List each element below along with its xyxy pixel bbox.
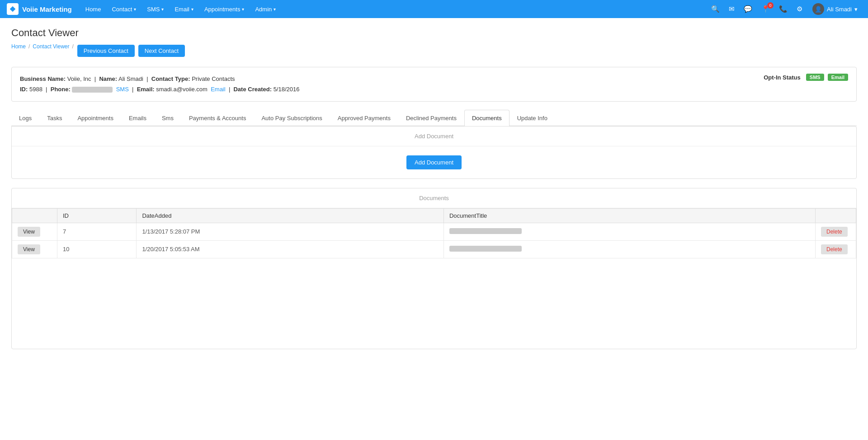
- mail-icon[interactable]: ✉: [726, 3, 737, 15]
- nav-email[interactable]: Email ▾: [170, 3, 198, 15]
- chevron-down-icon: ▾: [161, 7, 164, 12]
- add-document-section: Add Document Add Document: [11, 126, 857, 179]
- breadcrumb-sep: /: [28, 43, 30, 50]
- table-cell-title-1: [443, 223, 815, 240]
- th-delete-col: [816, 208, 856, 223]
- page-title: Contact Viewer: [11, 27, 857, 39]
- breadcrumb-home[interactable]: Home: [11, 43, 26, 50]
- tab-logs[interactable]: Logs: [11, 110, 39, 126]
- chevron-down-icon: ▾: [854, 6, 858, 13]
- user-menu[interactable]: 👤 Ali Smadi ▾: [809, 1, 861, 17]
- avatar: 👤: [812, 3, 824, 15]
- phone-icon[interactable]: 📞: [776, 3, 790, 15]
- nav-appointments[interactable]: Appointments ▾: [200, 3, 249, 15]
- user-name: Ali Smadi: [827, 6, 852, 13]
- table-row: View 7 1/13/2017 5:28:07 PM Delete: [12, 223, 856, 240]
- table-row: View 10 1/20/2017 5:05:53 AM Delete: [12, 240, 856, 258]
- tab-payments-accounts[interactable]: Payments & Accounts: [181, 110, 254, 126]
- email-label: Email:: [137, 86, 155, 93]
- chevron-down-icon: ▾: [274, 7, 276, 12]
- brand-link[interactable]: Voiie Marketing: [7, 3, 72, 15]
- tab-sms[interactable]: Sms: [154, 110, 181, 126]
- nav-admin[interactable]: Admin ▾: [250, 3, 280, 15]
- name-label: Name:: [99, 75, 117, 82]
- table-cell-delete-2: Delete: [816, 240, 856, 258]
- contact-type-label: Contact Type:: [151, 75, 190, 82]
- documents-section-header: Documents: [12, 188, 856, 208]
- next-contact-button[interactable]: Next Contact: [138, 45, 185, 57]
- add-document-header: Add Document: [12, 126, 856, 146]
- location-icon[interactable]: 📍 0: [759, 3, 773, 15]
- add-document-area: Add Document: [12, 146, 856, 178]
- chevron-down-icon: ▾: [191, 7, 193, 12]
- table-cell-title-2: [443, 240, 815, 258]
- phone-label: Phone:: [51, 86, 71, 93]
- tab-documents[interactable]: Documents: [464, 110, 509, 126]
- opt-in-label: Opt-In Status: [764, 74, 801, 81]
- search-icon[interactable]: 🔍: [708, 3, 722, 15]
- view-button-2[interactable]: View: [18, 244, 40, 254]
- navbar: Voiie Marketing Home Contact ▾ SMS ▾ Ema…: [0, 0, 868, 18]
- table-cell-id-2: 10: [57, 240, 137, 258]
- previous-contact-button[interactable]: Previous Contact: [77, 45, 135, 57]
- chat-icon[interactable]: 💬: [741, 3, 755, 15]
- empty-space: [12, 258, 856, 349]
- contact-info-box: Business Name: Voiie, Inc | Name: Ali Sm…: [11, 67, 857, 102]
- table-cell-view-1: View: [12, 223, 57, 240]
- tabs-container: Logs Tasks Appointments Emails Sms Payme…: [11, 110, 857, 126]
- nav-sms[interactable]: SMS ▾: [142, 3, 168, 15]
- th-document-title: DocumentTitle: [443, 208, 815, 223]
- view-button-1[interactable]: View: [18, 227, 40, 237]
- tab-update-info[interactable]: Update Info: [509, 110, 555, 126]
- id-label: ID:: [20, 86, 28, 93]
- contact-info-line1: Business Name: Voiie, Inc | Name: Ali Sm…: [20, 74, 299, 84]
- nav-right: 🔍 ✉ 💬 📍 0 📞 ⚙ 👤 Ali Smadi ▾: [708, 1, 861, 17]
- doc-title-blurred-1: [449, 228, 522, 234]
- tab-tasks[interactable]: Tasks: [39, 110, 70, 126]
- delete-button-2[interactable]: Delete: [821, 244, 848, 254]
- chevron-down-icon: ▾: [134, 7, 136, 12]
- table-cell-date-1: 1/13/2017 5:28:07 PM: [137, 223, 444, 240]
- id-value: 5988: [29, 86, 42, 93]
- tab-auto-pay[interactable]: Auto Pay Subscriptions: [254, 110, 330, 126]
- email-link[interactable]: Email: [211, 86, 226, 93]
- date-created-value: 5/18/2016: [274, 86, 300, 93]
- name-value: Ali Smadi: [118, 75, 143, 82]
- breadcrumb-row: Home / Contact Viewer / Previous Contact…: [11, 43, 857, 58]
- breadcrumb-contact-viewer[interactable]: Contact Viewer: [33, 43, 69, 50]
- th-date-added: DateAdded: [137, 208, 444, 223]
- documents-section: Documents ID DateAdded DocumentTitle Vie…: [11, 188, 857, 349]
- tab-approved-payments[interactable]: Approved Payments: [330, 110, 398, 126]
- business-name-label: Business Name:: [20, 75, 66, 82]
- tab-appointments[interactable]: Appointments: [70, 110, 121, 126]
- add-document-button[interactable]: Add Document: [406, 155, 462, 169]
- settings-icon[interactable]: ⚙: [794, 3, 805, 15]
- delete-button-1[interactable]: Delete: [821, 227, 848, 237]
- table-cell-id-1: 7: [57, 223, 137, 240]
- tab-emails[interactable]: Emails: [121, 110, 154, 126]
- opt-in-email-badge: Email: [828, 74, 848, 81]
- nav-contact[interactable]: Contact ▾: [107, 3, 141, 15]
- doc-title-blurred-2: [449, 246, 522, 252]
- notification-badge: 0: [767, 2, 774, 9]
- contact-type-value: Private Contacts: [192, 75, 235, 82]
- breadcrumb-sep2: /: [72, 43, 74, 50]
- contact-info-left: Business Name: Voiie, Inc | Name: Ali Sm…: [20, 74, 299, 95]
- brand-label: Voiie Marketing: [22, 5, 72, 13]
- opt-in-status: Opt-In Status SMS Email: [764, 74, 848, 81]
- email-value: smadi.a@voiie.com: [156, 86, 208, 93]
- breadcrumb: Home / Contact Viewer /: [11, 43, 74, 50]
- brand-icon: [7, 3, 19, 15]
- tab-declined-payments[interactable]: Declined Payments: [398, 110, 464, 126]
- table-cell-delete-1: Delete: [816, 223, 856, 240]
- main-content: Contact Viewer Home / Contact Viewer / P…: [0, 18, 868, 440]
- business-name-value: Voiie, Inc: [67, 75, 91, 82]
- nav-home[interactable]: Home: [81, 3, 106, 15]
- table-cell-view-2: View: [12, 240, 57, 258]
- opt-in-sms-badge: SMS: [806, 74, 824, 81]
- phone-blurred: [72, 87, 113, 93]
- nav-items: Home Contact ▾ SMS ▾ Email ▾ Appointment…: [81, 3, 708, 15]
- sms-link[interactable]: SMS: [116, 86, 129, 93]
- contact-info-line2: ID: 5988 | Phone: SMS | Email: smadi.a@v…: [20, 84, 299, 94]
- chevron-down-icon: ▾: [242, 7, 244, 12]
